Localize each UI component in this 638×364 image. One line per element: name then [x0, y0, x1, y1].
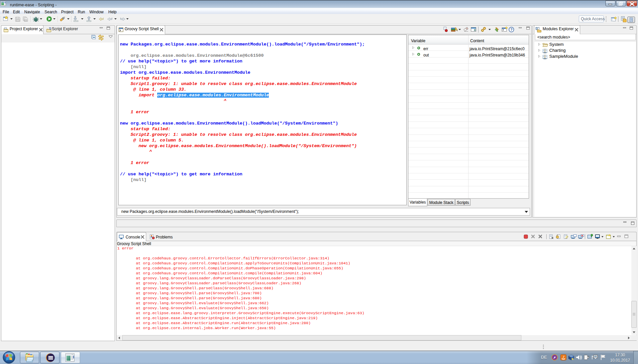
svg-text:?: ?: [510, 28, 513, 32]
